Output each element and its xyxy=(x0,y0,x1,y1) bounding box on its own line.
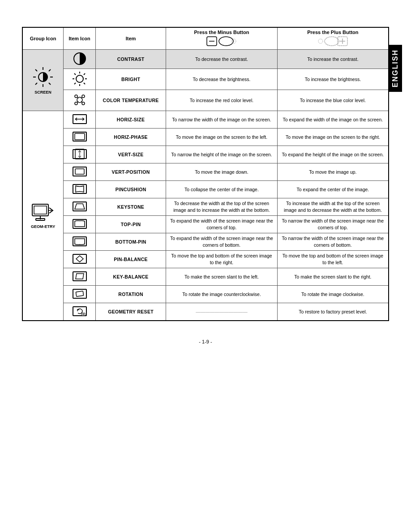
color-temp-icon xyxy=(72,92,88,108)
svg-rect-38 xyxy=(34,206,47,214)
svg-line-17 xyxy=(35,83,37,85)
table-row: BOTTOM-PIN To expand the width of the sc… xyxy=(22,233,389,251)
svg-point-31 xyxy=(75,102,77,105)
page-number: - 1-9 - xyxy=(199,339,212,344)
bright-item-name: BRIGHT xyxy=(96,69,166,90)
geom-reset-plus-desc: To restore to factory preset level. xyxy=(277,303,389,321)
table-row: ROTATION To rotate the image countercloc… xyxy=(22,286,389,303)
contrast-icon-cell xyxy=(64,50,96,69)
vert-pos-plus-desc: To move the image up. xyxy=(277,163,389,181)
svg-rect-52 xyxy=(73,202,86,211)
group-icon-geometry: GEOM-ETRY xyxy=(22,111,64,321)
geom-reset-item-name: GEOMETRY RESET xyxy=(96,303,166,321)
table-row: VERT-SIZE To narrow the height of the im… xyxy=(22,146,389,163)
horiz-size-minus-desc: To narrow the width of the image on the … xyxy=(166,111,278,129)
contrast-minus-desc: To decrease the contrast. xyxy=(166,50,278,69)
table-row: HORIZ-PHASE To move the image on the scr… xyxy=(22,129,389,146)
vert-size-icon xyxy=(72,148,88,160)
vert-position-icon xyxy=(72,165,88,178)
pin-balance-minus-desc: To move the top and bottom of the screen… xyxy=(166,251,278,268)
bright-plus-desc: To increase the brightness. xyxy=(277,69,389,90)
bottom-pin-minus-desc: To expand the width of the screen image … xyxy=(166,233,278,251)
keystone-item-name: KEYSTONE xyxy=(96,198,166,216)
contrast-plus-desc: To increase the contrast. xyxy=(277,50,389,69)
key-balance-minus-desc: To make the screen slant to the left. xyxy=(166,268,278,286)
bright-icon-cell xyxy=(64,69,96,90)
page-container: ENGLISH Group Icon Item Icon Item Press … xyxy=(18,27,393,344)
rotation-item-name: ROTATION xyxy=(96,286,166,303)
svg-line-16 xyxy=(49,69,51,71)
svg-line-15 xyxy=(49,83,51,85)
top-pin-icon xyxy=(72,218,88,230)
svg-rect-50 xyxy=(75,169,84,174)
geom-group-svg xyxy=(31,202,55,222)
table-row: TOP-PIN To expand the width of the scree… xyxy=(22,216,389,233)
contrast-icon xyxy=(73,51,87,66)
pincushion-minus-desc: To collapse the center of the image. xyxy=(166,181,278,198)
table-row: GEOM-ETRY HORIZ-SIZE To narrow the width… xyxy=(22,111,389,129)
horiz-size-icon xyxy=(72,113,88,125)
vert-size-plus-desc: To expand the height of the image on the… xyxy=(277,146,389,163)
vert-size-minus-desc: To narrow the height of the image on the… xyxy=(166,146,278,163)
top-pin-item-name: TOP-PIN xyxy=(96,216,166,233)
col-header-item-icon: Item Icon xyxy=(64,27,96,50)
horiz-phase-icon-cell xyxy=(64,129,96,146)
vert-pos-icon-cell xyxy=(64,163,96,181)
horiz-phase-icon xyxy=(72,130,88,143)
table-row: KEY-BALANCE To make the screen slant to … xyxy=(22,268,389,286)
pin-balance-item-name: PIN-BALANCE xyxy=(96,251,166,268)
svg-rect-51 xyxy=(73,184,86,193)
pincushion-icon-cell xyxy=(64,181,96,198)
bottom-pin-plus-desc: To narrow the width of the screen image … xyxy=(277,233,389,251)
svg-rect-45 xyxy=(75,133,85,140)
vert-pos-item-name: VERT-POSITION xyxy=(96,163,166,181)
horiz-size-icon-cell xyxy=(64,111,96,129)
svg-line-25 xyxy=(84,83,85,84)
col-header-plus: Press the Plus Button xyxy=(277,27,389,50)
keystone-icon-cell xyxy=(64,198,96,216)
svg-point-3 xyxy=(231,39,236,43)
geom-group-label: GEOM-ETRY xyxy=(31,224,55,229)
color-temp-item-name: COLOR TEMPERATURE xyxy=(96,90,166,111)
horiz-size-plus-desc: To expand the width of the image on the … xyxy=(277,111,389,129)
minus-button-icon xyxy=(169,35,274,47)
svg-point-19 xyxy=(76,75,83,82)
rotation-minus-desc: To rotate the image counterclockwise. xyxy=(166,286,278,303)
table-row: PIN-BALANCE To move the top and bottom o… xyxy=(22,251,389,268)
svg-rect-60 xyxy=(81,313,85,316)
svg-line-26 xyxy=(84,73,85,75)
svg-rect-58 xyxy=(76,291,83,296)
keystone-minus-desc: To decrease the width at the top of the … xyxy=(166,198,278,216)
svg-rect-56 xyxy=(73,272,86,281)
horiz-size-item-name: HORIZ-SIZE xyxy=(96,111,166,129)
col-header-group-icon: Group Icon xyxy=(22,27,64,50)
key-balance-item-name: KEY-BALANCE xyxy=(96,268,166,286)
svg-rect-57 xyxy=(73,289,86,298)
main-table: Group Icon Item Icon Item Press the Minu… xyxy=(22,27,389,321)
horiz-phase-minus-desc: To move the image on the screen to the l… xyxy=(166,129,278,146)
key-balance-icon xyxy=(72,270,88,283)
vert-pos-minus-desc: To move the image down. xyxy=(166,163,278,181)
rotation-icon-cell xyxy=(64,286,96,303)
svg-line-27 xyxy=(74,83,76,84)
key-balance-icon-cell xyxy=(64,268,96,286)
svg-point-29 xyxy=(75,95,77,98)
pincushion-icon xyxy=(72,183,88,195)
geom-reset-icon-cell xyxy=(64,303,96,321)
table-row: GEOMETRY RESET ——————————— To restore to… xyxy=(22,303,389,321)
geom-reset-minus-desc: ——————————— xyxy=(166,303,278,321)
bright-minus-desc: To decrease the brightness. xyxy=(166,69,278,90)
screen-group-svg xyxy=(32,66,54,88)
color-temp-icon-cell xyxy=(64,90,96,111)
keystone-plus-desc: To increase the width at the top of the … xyxy=(277,198,389,216)
svg-line-14 xyxy=(35,69,37,71)
svg-line-24 xyxy=(74,73,76,75)
rotation-plus-desc: To rotate the image clockwise. xyxy=(277,286,389,303)
pincushion-plus-desc: To expand the center of the image. xyxy=(277,181,389,198)
horiz-phase-item-name: HORIZ-PHASE xyxy=(96,129,166,146)
col-header-item: Item xyxy=(96,27,166,50)
rotation-icon xyxy=(72,287,88,300)
svg-point-32 xyxy=(82,102,85,105)
table-row: PINCUSHION To collapse the center of the… xyxy=(22,181,389,198)
table-row: SCREEN CONTRAST To decrease the contrast… xyxy=(22,50,389,69)
